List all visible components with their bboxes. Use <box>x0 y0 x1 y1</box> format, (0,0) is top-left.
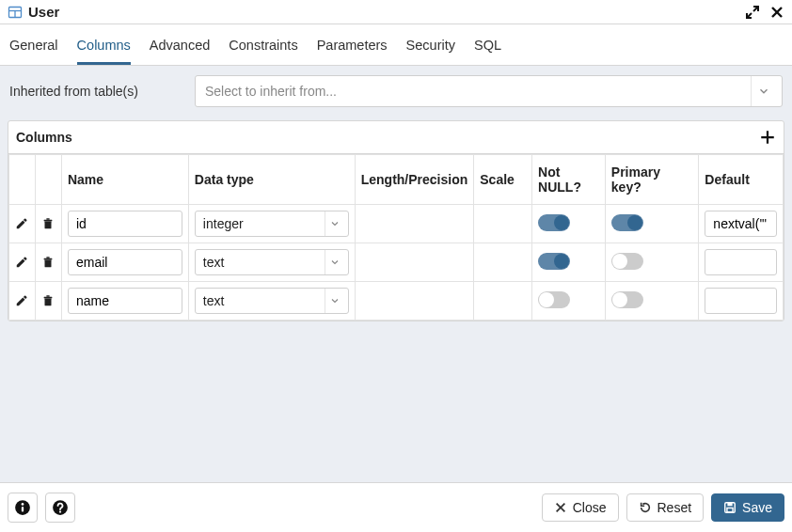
window-title: User <box>28 4 59 20</box>
scale-cell <box>474 243 532 282</box>
chevron-down-icon <box>751 76 776 106</box>
trash-icon[interactable] <box>41 217 55 230</box>
add-column-button[interactable] <box>759 129 776 146</box>
table-row: text <box>9 282 784 321</box>
svg-point-20 <box>59 510 61 512</box>
reset-button-label: Reset <box>657 500 692 515</box>
chevron-down-icon <box>325 250 344 274</box>
tab-constraints[interactable]: Constraints <box>229 32 297 65</box>
scale-cell <box>474 282 532 321</box>
default-input[interactable] <box>705 211 777 237</box>
default-input[interactable] <box>705 288 777 314</box>
expand-icon[interactable] <box>745 5 760 20</box>
svg-rect-25 <box>727 508 733 511</box>
svg-rect-18 <box>22 507 24 512</box>
length-cell <box>355 205 474 243</box>
length-cell <box>355 282 474 321</box>
primary-key-toggle[interactable] <box>611 291 643 308</box>
data-type-select[interactable]: text <box>195 288 349 314</box>
svg-rect-7 <box>44 221 51 228</box>
edit-icon[interactable] <box>15 294 29 307</box>
tab-sql[interactable]: SQL <box>474 32 501 65</box>
table-row: integer <box>9 205 784 243</box>
footer-bar: Close Reset Save <box>0 482 792 532</box>
svg-rect-9 <box>46 218 50 219</box>
chevron-down-icon <box>325 289 344 313</box>
tab-parameters[interactable]: Parameters <box>317 32 388 65</box>
header-not-null: Not NULL? <box>532 155 606 205</box>
reset-button[interactable]: Reset <box>626 493 705 522</box>
help-button[interactable] <box>45 493 75 523</box>
data-type-value: text <box>203 255 225 270</box>
edit-icon[interactable] <box>15 217 29 230</box>
header-data-type: Data type <box>188 155 355 205</box>
tab-advanced[interactable]: Advanced <box>150 32 211 65</box>
inherit-label: Inherited from table(s) <box>9 84 138 99</box>
data-type-value: text <box>203 293 225 308</box>
columns-panel-title: Columns <box>16 130 72 145</box>
inherit-row: Inherited from table(s) Select to inheri… <box>0 66 792 120</box>
header-primary-key: Primary key? <box>605 155 699 205</box>
svg-rect-13 <box>44 298 51 305</box>
svg-rect-10 <box>44 259 51 267</box>
svg-rect-11 <box>44 258 53 260</box>
tab-general[interactable]: General <box>9 32 58 65</box>
tab-bar: General Columns Advanced Constraints Par… <box>0 24 792 66</box>
tab-columns[interactable]: Columns <box>77 32 131 65</box>
table-row: text <box>9 243 784 282</box>
primary-key-toggle[interactable] <box>611 214 643 231</box>
scale-cell <box>474 205 532 243</box>
not-null-toggle[interactable] <box>538 291 570 308</box>
save-button[interactable]: Save <box>711 493 784 522</box>
svg-rect-24 <box>727 503 732 507</box>
info-button[interactable] <box>8 493 38 523</box>
svg-rect-12 <box>46 257 50 258</box>
inherit-placeholder: Select to inherit from... <box>205 84 337 99</box>
svg-point-17 <box>22 503 24 506</box>
inherit-select[interactable]: Select to inherit from... <box>195 75 783 107</box>
table-icon <box>8 5 23 20</box>
chevron-down-icon <box>325 211 344 236</box>
data-type-value: integer <box>203 216 244 231</box>
columns-panel: Columns Name Data type Length/Precision … <box>8 120 784 321</box>
svg-rect-8 <box>44 220 53 222</box>
close-button-label: Close <box>573 500 607 515</box>
column-name-input[interactable] <box>68 288 182 314</box>
default-input[interactable] <box>705 249 777 275</box>
title-bar: User <box>0 0 792 24</box>
header-default: Default <box>699 155 784 205</box>
trash-icon[interactable] <box>41 294 55 307</box>
column-name-input[interactable] <box>68 211 182 237</box>
tab-security[interactable]: Security <box>406 32 455 65</box>
data-type-select[interactable]: text <box>195 249 349 275</box>
close-icon[interactable] <box>769 5 784 20</box>
not-null-toggle[interactable] <box>538 253 570 270</box>
edit-icon[interactable] <box>15 256 29 269</box>
svg-rect-14 <box>44 297 53 299</box>
trash-icon[interactable] <box>41 256 55 269</box>
close-button[interactable]: Close <box>542 493 619 522</box>
not-null-toggle[interactable] <box>538 214 570 231</box>
primary-key-toggle[interactable] <box>611 253 643 270</box>
length-cell <box>355 243 474 282</box>
save-button-label: Save <box>742 500 772 515</box>
data-type-select[interactable]: integer <box>195 211 349 237</box>
column-name-input[interactable] <box>68 249 182 275</box>
header-name: Name <box>61 155 188 205</box>
header-length: Length/Precision <box>355 155 474 205</box>
svg-rect-15 <box>46 295 50 296</box>
header-scale: Scale <box>474 155 532 205</box>
columns-table: Name Data type Length/Precision Scale No… <box>8 154 784 321</box>
